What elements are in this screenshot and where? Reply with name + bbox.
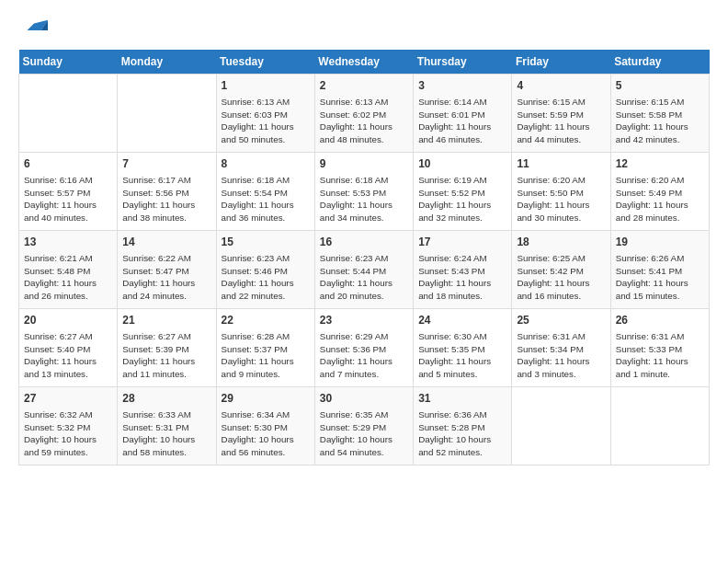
calendar-cell: 1Sunrise: 6:13 AM Sunset: 6:03 PM Daylig… bbox=[216, 75, 314, 153]
day-number: 28 bbox=[122, 391, 210, 407]
day-info: Sunrise: 6:21 AM Sunset: 5:48 PM Dayligh… bbox=[24, 252, 112, 303]
calendar-cell: 6Sunrise: 6:16 AM Sunset: 5:57 PM Daylig… bbox=[19, 153, 118, 231]
day-number: 6 bbox=[24, 156, 112, 172]
day-number: 4 bbox=[517, 78, 605, 94]
logo bbox=[18, 18, 48, 40]
calendar-cell: 20Sunrise: 6:27 AM Sunset: 5:40 PM Dayli… bbox=[19, 309, 118, 387]
calendar-week-1: 1Sunrise: 6:13 AM Sunset: 6:03 PM Daylig… bbox=[19, 75, 710, 153]
calendar-cell: 13Sunrise: 6:21 AM Sunset: 5:48 PM Dayli… bbox=[19, 231, 118, 309]
day-info: Sunrise: 6:16 AM Sunset: 5:57 PM Dayligh… bbox=[24, 174, 112, 224]
weekday-header-wednesday: Wednesday bbox=[314, 50, 413, 75]
day-info: Sunrise: 6:20 AM Sunset: 5:49 PM Dayligh… bbox=[616, 174, 704, 224]
weekday-header-sunday: Sunday bbox=[19, 50, 118, 75]
day-info: Sunrise: 6:25 AM Sunset: 5:42 PM Dayligh… bbox=[517, 252, 605, 303]
day-number: 22 bbox=[222, 313, 310, 328]
day-info: Sunrise: 6:28 AM Sunset: 5:37 PM Dayligh… bbox=[222, 330, 310, 381]
day-number: 11 bbox=[517, 156, 605, 172]
day-number: 9 bbox=[320, 156, 408, 172]
day-info: Sunrise: 6:15 AM Sunset: 5:59 PM Dayligh… bbox=[517, 96, 605, 146]
day-number: 5 bbox=[616, 78, 704, 94]
calendar-cell bbox=[610, 387, 709, 465]
weekday-header-friday: Friday bbox=[512, 50, 610, 75]
day-info: Sunrise: 6:18 AM Sunset: 5:54 PM Dayligh… bbox=[222, 174, 310, 224]
day-number: 31 bbox=[418, 391, 506, 407]
day-number: 18 bbox=[517, 235, 605, 250]
calendar-cell: 5Sunrise: 6:15 AM Sunset: 5:58 PM Daylig… bbox=[610, 75, 709, 153]
calendar-cell: 14Sunrise: 6:22 AM Sunset: 5:47 PM Dayli… bbox=[118, 231, 216, 309]
day-number: 30 bbox=[320, 391, 408, 407]
logo-icon bbox=[20, 17, 48, 33]
day-info: Sunrise: 6:31 AM Sunset: 5:33 PM Dayligh… bbox=[616, 330, 704, 381]
day-number: 7 bbox=[122, 156, 210, 172]
calendar-cell: 9Sunrise: 6:18 AM Sunset: 5:53 PM Daylig… bbox=[314, 153, 413, 231]
calendar-cell: 4Sunrise: 6:15 AM Sunset: 5:59 PM Daylig… bbox=[512, 75, 610, 153]
day-info: Sunrise: 6:30 AM Sunset: 5:35 PM Dayligh… bbox=[418, 330, 506, 381]
calendar-table: SundayMondayTuesdayWednesdayThursdayFrid… bbox=[18, 50, 710, 465]
calendar-cell: 28Sunrise: 6:33 AM Sunset: 5:31 PM Dayli… bbox=[118, 387, 216, 465]
calendar-cell: 10Sunrise: 6:19 AM Sunset: 5:52 PM Dayli… bbox=[414, 153, 512, 231]
day-number: 19 bbox=[616, 235, 704, 250]
day-info: Sunrise: 6:15 AM Sunset: 5:58 PM Dayligh… bbox=[616, 96, 704, 146]
calendar-cell: 11Sunrise: 6:20 AM Sunset: 5:50 PM Dayli… bbox=[512, 153, 610, 231]
calendar-cell: 2Sunrise: 6:13 AM Sunset: 6:02 PM Daylig… bbox=[314, 75, 413, 153]
day-number: 13 bbox=[24, 235, 112, 250]
calendar-cell: 31Sunrise: 6:36 AM Sunset: 5:28 PM Dayli… bbox=[414, 387, 512, 465]
calendar-cell: 21Sunrise: 6:27 AM Sunset: 5:39 PM Dayli… bbox=[118, 309, 216, 387]
day-info: Sunrise: 6:24 AM Sunset: 5:43 PM Dayligh… bbox=[418, 252, 506, 303]
day-info: Sunrise: 6:17 AM Sunset: 5:56 PM Dayligh… bbox=[122, 174, 210, 224]
day-number: 24 bbox=[418, 313, 506, 328]
calendar-cell: 25Sunrise: 6:31 AM Sunset: 5:34 PM Dayli… bbox=[512, 309, 610, 387]
calendar-week-4: 20Sunrise: 6:27 AM Sunset: 5:40 PM Dayli… bbox=[19, 309, 710, 387]
day-info: Sunrise: 6:22 AM Sunset: 5:47 PM Dayligh… bbox=[122, 252, 210, 303]
calendar-cell: 24Sunrise: 6:30 AM Sunset: 5:35 PM Dayli… bbox=[414, 309, 512, 387]
day-number: 20 bbox=[24, 313, 112, 328]
calendar-week-2: 6Sunrise: 6:16 AM Sunset: 5:57 PM Daylig… bbox=[19, 153, 710, 231]
day-info: Sunrise: 6:33 AM Sunset: 5:31 PM Dayligh… bbox=[122, 408, 210, 459]
day-number: 16 bbox=[320, 235, 408, 250]
day-number: 29 bbox=[222, 391, 310, 407]
day-number: 3 bbox=[418, 78, 506, 94]
calendar-cell: 29Sunrise: 6:34 AM Sunset: 5:30 PM Dayli… bbox=[216, 387, 314, 465]
calendar-header: SundayMondayTuesdayWednesdayThursdayFrid… bbox=[19, 50, 710, 75]
day-info: Sunrise: 6:13 AM Sunset: 6:03 PM Dayligh… bbox=[222, 96, 310, 146]
day-number: 25 bbox=[517, 313, 605, 328]
day-info: Sunrise: 6:27 AM Sunset: 5:40 PM Dayligh… bbox=[24, 330, 112, 381]
day-info: Sunrise: 6:36 AM Sunset: 5:28 PM Dayligh… bbox=[418, 408, 506, 459]
calendar-cell: 18Sunrise: 6:25 AM Sunset: 5:42 PM Dayli… bbox=[512, 231, 610, 309]
day-number: 23 bbox=[320, 313, 408, 328]
calendar-cell: 27Sunrise: 6:32 AM Sunset: 5:32 PM Dayli… bbox=[19, 387, 118, 465]
day-info: Sunrise: 6:34 AM Sunset: 5:30 PM Dayligh… bbox=[222, 408, 310, 459]
calendar-cell bbox=[19, 75, 118, 153]
day-number: 26 bbox=[616, 313, 704, 328]
calendar-cell: 17Sunrise: 6:24 AM Sunset: 5:43 PM Dayli… bbox=[414, 231, 512, 309]
day-number: 17 bbox=[418, 235, 506, 250]
day-info: Sunrise: 6:29 AM Sunset: 5:36 PM Dayligh… bbox=[320, 330, 408, 381]
page-header bbox=[18, 18, 710, 40]
day-info: Sunrise: 6:32 AM Sunset: 5:32 PM Dayligh… bbox=[24, 408, 112, 459]
day-info: Sunrise: 6:23 AM Sunset: 5:46 PM Dayligh… bbox=[222, 252, 310, 303]
calendar-cell: 12Sunrise: 6:20 AM Sunset: 5:49 PM Dayli… bbox=[610, 153, 709, 231]
weekday-header-thursday: Thursday bbox=[414, 50, 512, 75]
calendar-week-3: 13Sunrise: 6:21 AM Sunset: 5:48 PM Dayli… bbox=[19, 231, 710, 309]
weekday-header-tuesday: Tuesday bbox=[216, 50, 314, 75]
calendar-cell: 8Sunrise: 6:18 AM Sunset: 5:54 PM Daylig… bbox=[216, 153, 314, 231]
day-number: 1 bbox=[222, 78, 310, 94]
day-info: Sunrise: 6:23 AM Sunset: 5:44 PM Dayligh… bbox=[320, 252, 408, 303]
calendar-cell: 19Sunrise: 6:26 AM Sunset: 5:41 PM Dayli… bbox=[610, 231, 709, 309]
day-number: 15 bbox=[222, 235, 310, 250]
day-info: Sunrise: 6:13 AM Sunset: 6:02 PM Dayligh… bbox=[320, 96, 408, 146]
day-info: Sunrise: 6:19 AM Sunset: 5:52 PM Dayligh… bbox=[418, 174, 506, 224]
day-info: Sunrise: 6:35 AM Sunset: 5:29 PM Dayligh… bbox=[320, 408, 408, 459]
weekday-header-monday: Monday bbox=[118, 50, 216, 75]
day-number: 14 bbox=[122, 235, 210, 250]
calendar-cell: 3Sunrise: 6:14 AM Sunset: 6:01 PM Daylig… bbox=[414, 75, 512, 153]
calendar-cell bbox=[512, 387, 610, 465]
day-info: Sunrise: 6:26 AM Sunset: 5:41 PM Dayligh… bbox=[616, 252, 704, 303]
day-info: Sunrise: 6:31 AM Sunset: 5:34 PM Dayligh… bbox=[517, 330, 605, 381]
calendar-cell bbox=[118, 75, 216, 153]
day-number: 27 bbox=[24, 391, 112, 407]
day-number: 21 bbox=[122, 313, 210, 328]
calendar-cell: 30Sunrise: 6:35 AM Sunset: 5:29 PM Dayli… bbox=[314, 387, 413, 465]
calendar-cell: 7Sunrise: 6:17 AM Sunset: 5:56 PM Daylig… bbox=[118, 153, 216, 231]
day-info: Sunrise: 6:20 AM Sunset: 5:50 PM Dayligh… bbox=[517, 174, 605, 224]
